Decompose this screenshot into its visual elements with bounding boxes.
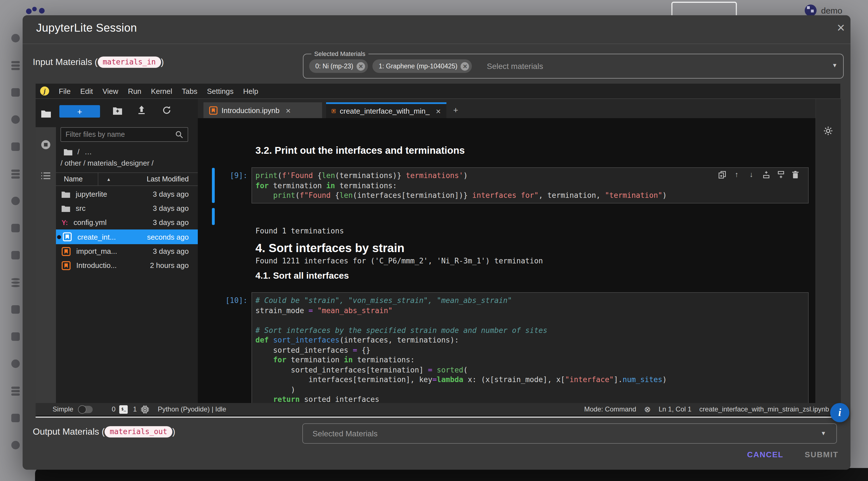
chevron-down-icon[interactable]: ▼ [820,430,826,437]
app-logo [25,6,49,16]
user-menu[interactable]: demo [805,4,842,17]
refresh-icon[interactable] [162,106,171,115]
background-tool-icon [11,88,20,97]
background-bottom-band [35,468,868,481]
file-browser-tab-icon[interactable] [41,110,51,118]
background-tool-icon [11,278,20,280]
duplicate-cell-icon[interactable] [718,170,726,179]
cell9-input-collapser[interactable] [212,168,215,203]
tab-create-interface-active[interactable]: create_interface_with_min_ × [326,102,446,118]
background-tool-icon [11,441,20,449]
filter-files-placeholder: Filter files by name [66,130,125,139]
delete-cell-icon[interactable] [791,170,800,179]
folder-icon [62,191,70,198]
unsaved-dot-icon [57,235,61,239]
column-name[interactable]: Name [64,175,83,183]
menu-settings[interactable]: Settings [207,87,234,95]
sidebar-tab-strip [36,99,56,403]
new-tab-icon[interactable]: + [453,105,458,115]
terminals-count[interactable]: 0 [112,405,115,413]
kernel-chip-icon [141,405,149,414]
output-materials-select[interactable]: Selected Materials ▼ [302,423,837,444]
folder-icon [62,205,70,212]
simple-mode-toggle[interactable] [78,405,92,413]
cancel-button[interactable]: CANCEL [744,449,787,459]
filter-files-input[interactable]: Filter files by name [60,127,188,142]
jupyter-menubar: j File Edit View Run Kernel Tabs Setting… [36,84,840,99]
kernels-count[interactable]: 1 [133,405,137,413]
jupyterlite-logo-icon: j [40,87,49,95]
menu-tabs[interactable]: Tabs [182,87,197,95]
move-cell-up-icon[interactable]: ↑ [733,170,741,179]
yaml-icon: Y: [62,218,68,227]
material-chip-graphene[interactable]: 1: Graphene (mp-1040425) ✕ [372,59,472,73]
section-heading-4: 4. Sort interfaces by strain [255,241,405,255]
background-tool-icon [11,197,20,205]
input-materials-variable-chip: materials_in [97,57,161,68]
background-tool-icon [11,305,20,314]
submit-button[interactable]: SUBMIT [801,449,842,459]
insert-cell-above-icon[interactable] [762,170,770,179]
background-tool-icon [11,359,20,368]
breadcrumb[interactable]: / … [64,148,92,156]
menu-kernel[interactable]: Kernel [151,87,172,95]
select-materials-placeholder[interactable]: Select materials [487,62,543,71]
material-chip-ni[interactable]: 0: Ni (mp-23) ✕ [309,59,368,73]
close-tab-icon[interactable]: × [286,106,291,115]
command-mode-indicator[interactable]: Mode: Command [584,405,636,413]
close-tab-icon[interactable]: × [436,106,441,116]
active-filename: create_interface_with_min_strain_zsl.ipy… [699,405,829,413]
insert-cell-below-icon[interactable] [776,170,785,179]
upload-icon[interactable] [137,106,146,115]
notebook-content[interactable]: 3.2. Print out the interfaces and termin… [198,134,815,403]
menu-file[interactable]: File [59,87,71,95]
selected-materials-field[interactable]: Selected Materials 0: Ni (mp-23) ✕ 1: Gr… [303,54,844,79]
new-folder-icon[interactable] [113,107,122,115]
property-inspector-gear-icon[interactable] [824,126,833,136]
new-launcher-button[interactable]: + [59,105,100,118]
cell10-editor[interactable]: # Could be "strain", "von_mises_strain",… [251,292,809,403]
notebook-icon [209,106,218,115]
cell-toolbar: ↑ ↓ [718,170,800,179]
column-last-modified[interactable]: Last Modified [147,175,189,183]
menu-help[interactable]: Help [243,87,258,95]
file-row-config[interactable]: Y: config.yml 3 days ago [56,215,198,230]
avatar [805,4,816,17]
remove-material-icon[interactable]: ✕ [461,62,469,70]
menu-edit[interactable]: Edit [80,87,93,95]
file-list-header[interactable]: Name ▲ Last Modified [56,173,198,185]
file-row-introduction[interactable]: Introductio... 2 hours ago [56,258,198,272]
background-tool-icon [11,387,20,389]
section-heading-3-2: 3.2. Print out the interfaces and termin… [255,145,465,156]
remove-material-icon[interactable]: ✕ [356,62,365,70]
section-heading-4-1: 4.1. Sort all interfaces [255,271,349,281]
jupyterlab-frame: j File Edit View Run Kernel Tabs Setting… [36,84,840,418]
running-kernels-tab-icon[interactable] [41,140,51,150]
cursor-position[interactable]: Ln 1, Col 1 [659,405,691,413]
menu-view[interactable]: View [102,87,118,95]
file-row-src[interactable]: src 3 days ago [56,201,198,215]
header-divider [23,43,850,44]
output-materials-label-suffix: ) [173,427,176,437]
file-row-jupyterlite[interactable]: jupyterlite 3 days ago [56,187,198,201]
tab-introduction[interactable]: Introduction.ipynb × [204,102,322,118]
breadcrumb-path[interactable]: / other / materials_designer / [60,159,154,167]
cell9-output-collapser[interactable] [212,208,215,225]
file-row-import-material[interactable]: import_ma... 3 days ago [56,244,198,258]
notebook-icon [332,107,336,115]
right-sidebar-strip [815,99,841,403]
notebook-icon [63,232,72,241]
info-button[interactable]: i [830,403,849,422]
move-cell-down-icon[interactable]: ↓ [747,170,755,179]
cell10-prompt: [10]: [221,296,248,305]
chevron-down-icon[interactable]: ▼ [832,62,837,68]
menu-run[interactable]: Run [128,87,142,95]
background-tool-icon [11,251,20,260]
file-row-create-interface-selected[interactable]: create_int... seconds ago [56,230,198,244]
shield-x-icon: ⊗ [644,405,651,414]
notebook-main-area: Introduction.ipynb × create_interface_wi… [198,99,815,403]
background-tool-icon [11,224,20,232]
kernel-status-text[interactable]: Python (Pyodide) | Idle [158,405,226,413]
table-of-contents-tab-icon[interactable] [41,171,51,180]
close-icon[interactable]: × [837,23,845,33]
